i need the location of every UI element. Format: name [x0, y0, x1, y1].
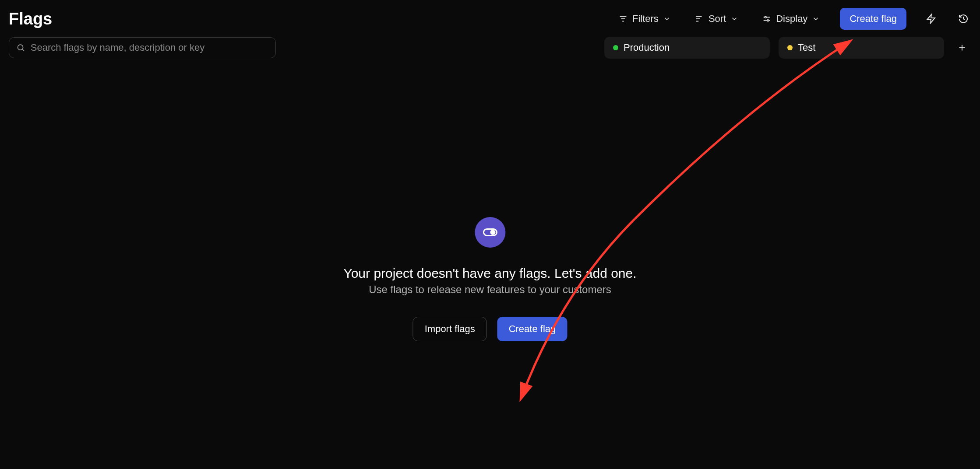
display-label: Display [776, 13, 807, 24]
filter-icon [618, 14, 628, 24]
sliders-icon [762, 14, 772, 24]
lightning-icon [926, 14, 936, 24]
filters-label: Filters [632, 13, 659, 24]
search-input[interactable] [31, 42, 268, 53]
empty-subtitle: Use flags to release new features to you… [369, 284, 611, 296]
chevron-down-icon [730, 15, 738, 23]
sort-icon [694, 14, 704, 24]
create-flag-button-empty[interactable]: Create flag [497, 317, 568, 341]
empty-title: Your project doesn't have any flags. Let… [343, 266, 636, 281]
chevron-down-icon [812, 15, 820, 23]
environment-label: Production [624, 42, 670, 53]
svg-point-9 [767, 20, 769, 21]
history-icon [958, 14, 969, 24]
svg-point-7 [765, 17, 767, 18]
status-dot-yellow [787, 45, 793, 50]
sort-button[interactable]: Sort [691, 10, 742, 27]
plus-icon [957, 43, 967, 52]
svg-point-16 [490, 231, 494, 234]
environment-production[interactable]: Production [604, 37, 770, 59]
empty-icon-circle [475, 217, 505, 248]
display-button[interactable]: Display [758, 10, 823, 27]
chevron-down-icon [663, 15, 671, 23]
page-title: Flags [9, 10, 52, 28]
empty-actions: Import flags Create flag [413, 317, 568, 341]
svg-marker-10 [927, 14, 935, 23]
status-dot-green [613, 45, 618, 50]
svg-point-11 [18, 45, 23, 50]
filters-button[interactable]: Filters [615, 10, 674, 27]
svg-line-12 [22, 49, 24, 51]
search-field[interactable] [9, 37, 276, 58]
environment-label: Test [798, 42, 815, 53]
lightning-button[interactable] [923, 11, 939, 27]
empty-state: Your project doesn't have any flags. Let… [343, 217, 636, 341]
import-flags-button[interactable]: Import flags [413, 317, 487, 341]
create-flag-button[interactable]: Create flag [840, 8, 906, 30]
toggle-icon [482, 224, 498, 240]
toolbar: Filters Sort Display Create flag [615, 8, 971, 30]
search-icon [16, 43, 25, 52]
sort-label: Sort [709, 13, 726, 24]
add-environment-button[interactable] [953, 38, 971, 57]
history-button[interactable] [955, 11, 971, 27]
environment-test[interactable]: Test [779, 37, 944, 59]
